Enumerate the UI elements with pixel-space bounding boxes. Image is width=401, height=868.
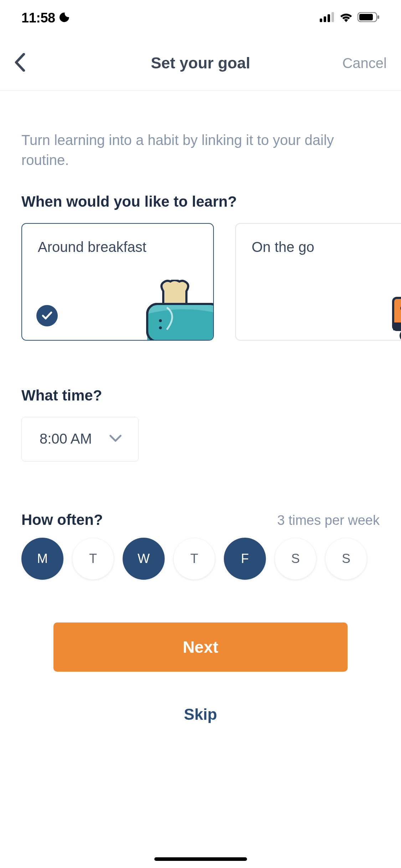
nav-bar: Set your goal Cancel [0, 36, 401, 91]
back-button[interactable] [11, 50, 29, 77]
status-time: 11:58 [21, 10, 55, 26]
option-on-the-go[interactable]: On the go [235, 223, 401, 341]
day-toggle-4[interactable]: F [224, 538, 266, 580]
battery-icon [358, 12, 380, 24]
day-toggle-1[interactable]: T [72, 538, 114, 580]
option-cards: Around breakfast On the go [21, 223, 380, 341]
svg-point-9 [159, 319, 162, 322]
svg-rect-6 [377, 15, 379, 19]
option-breakfast[interactable]: Around breakfast [21, 223, 214, 341]
time-value: 8:00 AM [40, 431, 92, 447]
svg-point-10 [159, 326, 162, 329]
svg-rect-13 [393, 322, 401, 330]
svg-rect-0 [320, 19, 322, 22]
option-label: Around breakfast [38, 237, 197, 257]
question-time: What time? [21, 387, 380, 404]
cellular-icon [320, 12, 335, 24]
check-icon [36, 305, 58, 326]
svg-rect-3 [331, 12, 334, 22]
svg-rect-2 [328, 14, 330, 22]
time-picker[interactable]: 8:00 AM [21, 417, 139, 461]
page-title: Set your goal [151, 54, 250, 72]
home-indicator [154, 857, 247, 861]
day-toggle-6[interactable]: S [325, 538, 367, 580]
cancel-button[interactable]: Cancel [342, 55, 390, 71]
day-toggle-3[interactable]: T [173, 538, 215, 580]
intro-text: Turn learning into a habit by linking it… [21, 130, 380, 170]
day-toggle-2[interactable]: W [123, 538, 165, 580]
wifi-icon [339, 12, 353, 24]
day-toggle-0[interactable]: M [21, 538, 63, 580]
toaster-icon [145, 280, 214, 341]
question-when: When would you like to learn? [21, 193, 380, 210]
dnd-icon [59, 11, 70, 24]
day-toggle-5[interactable]: S [274, 538, 317, 580]
often-summary: 3 times per week [277, 513, 380, 528]
next-button[interactable]: Next [53, 622, 348, 672]
bus-icon [391, 289, 401, 341]
svg-rect-1 [324, 16, 326, 22]
option-label: On the go [252, 237, 401, 257]
svg-rect-5 [359, 14, 373, 20]
days-row: MTWTFSS [21, 538, 380, 580]
question-often: How often? [21, 511, 103, 528]
chevron-down-icon [109, 434, 122, 444]
status-bar: 11:58 [0, 0, 401, 36]
skip-button[interactable]: Skip [53, 706, 348, 723]
